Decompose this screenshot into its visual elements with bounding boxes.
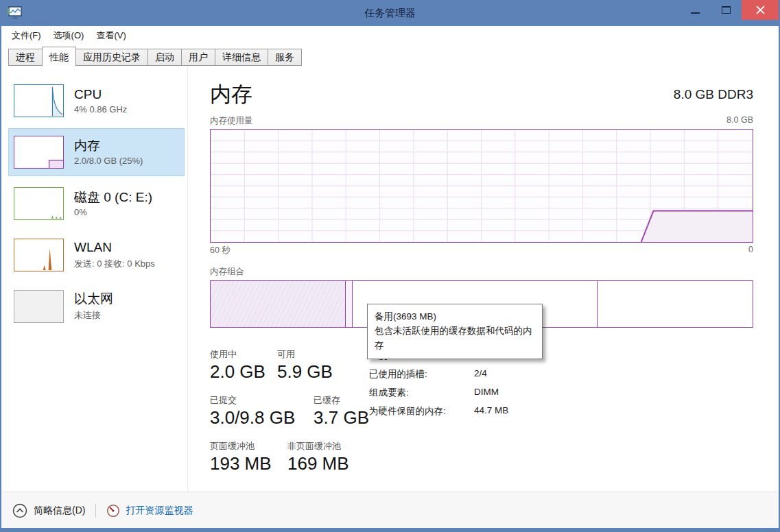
hardware-details: 速度: 1600 MHz 已使用的插槽: 2/4 组成要素: DIMM 为硬件保… <box>369 348 517 486</box>
disk-mini-chart <box>14 187 64 220</box>
detail-hw-reserved-value: 44.7 MB <box>474 405 508 418</box>
tab-strip: 进程 性能 应用历史记录 启动 用户 详细信息 服务 <box>1 45 779 66</box>
wlan-mini-chart <box>14 239 64 271</box>
detail-slots-label: 已使用的插槽: <box>369 368 474 380</box>
sidebar-cpu-name: CPU <box>74 87 127 103</box>
usage-chart-max: 8.0 GB <box>726 115 753 127</box>
stat-paged-pool-label: 页面缓冲池 <box>210 440 287 452</box>
tab-details[interactable]: 详细信息 <box>215 49 268 66</box>
stat-committed-value: 3.0/9.8 GB <box>210 407 314 428</box>
tab-users[interactable]: 用户 <box>181 49 215 66</box>
task-manager-window: 任务管理器 文件(F) 选项(O) 查看(V) 进程 性能 应用历史记录 启动 … <box>0 0 780 532</box>
sidebar-item-disk[interactable]: 磁盘 0 (C: E:) 0% <box>8 180 185 228</box>
open-resource-monitor-label: 打开资源监视器 <box>126 505 193 517</box>
sidebar-memory-detail: 2.0/8.0 GB (25%) <box>74 156 143 166</box>
ethernet-mini-chart <box>14 290 64 323</box>
tab-app-history[interactable]: 应用历史记录 <box>75 49 148 66</box>
caption-buttons <box>680 0 779 20</box>
stat-nonpaged-pool-value: 169 MB <box>287 453 349 474</box>
usage-chart-label: 内存使用量 <box>210 115 253 127</box>
chevron-up-circle-icon <box>12 503 27 518</box>
footer-divider <box>95 504 96 518</box>
menu-options[interactable]: 选项(O) <box>47 27 91 45</box>
tooltip-body: 包含未活跃使用的缓存数据和代码的内存 <box>375 324 535 352</box>
memory-panel: 内存 8.0 GB DDR3 内存使用量 8.0 GB 60 秒 0 内存组合 <box>188 66 779 492</box>
sidebar-wlan-name: WLAN <box>74 240 155 256</box>
content-area: CPU 4% 0.86 GHz 内存 2.0/8.0 GB (25%) <box>1 66 779 492</box>
stat-in-use-value: 2.0 GB <box>210 361 277 383</box>
footer-bar: 简略信息(D) 打开资源监视器 <box>1 492 779 529</box>
stat-in-use-label: 使用中 <box>210 348 277 361</box>
tab-startup[interactable]: 启动 <box>147 49 182 66</box>
sidebar-item-cpu[interactable]: CPU 4% 0.86 GHz <box>8 77 185 125</box>
maximize-icon <box>722 6 731 14</box>
sidebar-item-memory[interactable]: 内存 2.0/8.0 GB (25%) <box>8 128 185 176</box>
memory-usage-chart <box>210 129 753 243</box>
stat-available-label: 可用 <box>277 348 333 361</box>
performance-sidebar: CPU 4% 0.86 GHz 内存 2.0/8.0 GB (25%) <box>1 66 188 492</box>
cpu-mini-chart <box>14 84 64 117</box>
sidebar-cpu-detail: 4% 0.86 GHz <box>74 104 127 114</box>
sidebar-item-wlan[interactable]: WLAN 发送: 0 接收: 0 Kbps <box>8 231 185 279</box>
composition-segment-free[interactable] <box>598 281 753 327</box>
page-title: 内存 <box>210 80 252 109</box>
sidebar-ethernet-name: 以太网 <box>74 291 113 307</box>
sidebar-item-ethernet[interactable]: 以太网 未连接 <box>8 282 185 330</box>
composition-label: 内存组合 <box>210 266 753 278</box>
fewer-details-label: 简略信息(D) <box>34 505 85 517</box>
tooltip-title: 备用(3693 MB) <box>375 309 535 324</box>
composition-segment-modified[interactable] <box>346 281 353 327</box>
memory-capacity: 8.0 GB DDR3 <box>674 87 753 102</box>
tab-services[interactable]: 服务 <box>268 49 302 66</box>
menu-file[interactable]: 文件(F) <box>5 27 47 45</box>
tab-performance[interactable]: 性能 <box>42 47 76 66</box>
standby-tooltip: 备用(3693 MB) 包含未活跃使用的缓存数据和代码的内存 <box>367 304 543 359</box>
menu-view[interactable]: 查看(V) <box>90 27 132 45</box>
task-manager-app-icon <box>7 6 22 20</box>
open-resource-monitor-link[interactable]: 打开资源监视器 <box>106 504 193 518</box>
detail-form-factor-label: 组成要素: <box>369 387 474 399</box>
window-title: 任务管理器 <box>1 0 779 26</box>
menu-bar: 文件(F) 选项(O) 查看(V) <box>1 26 779 45</box>
minimize-icon <box>691 12 700 14</box>
stat-paged-pool-value: 193 MB <box>210 453 287 474</box>
stat-committed-label: 已提交 <box>210 394 314 407</box>
time-axis-right: 0 <box>748 245 753 256</box>
sidebar-wlan-detail: 发送: 0 接收: 0 Kbps <box>74 258 155 270</box>
close-button[interactable] <box>742 0 779 20</box>
sidebar-disk-detail: 0% <box>74 207 152 217</box>
title-bar: 任务管理器 <box>1 0 779 26</box>
detail-hw-reserved-label: 为硬件保留的内存: <box>369 405 474 418</box>
minimize-button[interactable] <box>680 0 711 20</box>
maximize-button[interactable] <box>711 0 742 20</box>
stat-cached-label: 已缓存 <box>314 394 369 407</box>
time-axis-left: 60 秒 <box>210 245 231 256</box>
detail-form-factor-value: DIMM <box>474 387 499 399</box>
composition-segment-in-use[interactable] <box>211 281 346 327</box>
close-icon <box>756 5 765 14</box>
stat-nonpaged-pool-label: 非页面缓冲池 <box>287 440 349 452</box>
sidebar-ethernet-detail: 未连接 <box>74 309 113 322</box>
sidebar-disk-name: 磁盘 0 (C: E:) <box>74 190 152 206</box>
stat-available-value: 5.9 GB <box>277 361 333 383</box>
tab-processes[interactable]: 进程 <box>8 49 43 66</box>
sidebar-memory-name: 内存 <box>74 138 143 154</box>
resource-monitor-gauge-icon <box>106 504 120 518</box>
detail-slots-value: 2/4 <box>474 368 487 380</box>
usage-stats: 使用中 2.0 GB 可用 5.9 GB 已提交 3.0/9.8 GB <box>210 348 369 486</box>
stat-cached-value: 3.7 GB <box>314 407 369 428</box>
fewer-details-button[interactable]: 简略信息(D) <box>12 503 85 518</box>
memory-mini-chart <box>14 136 64 169</box>
